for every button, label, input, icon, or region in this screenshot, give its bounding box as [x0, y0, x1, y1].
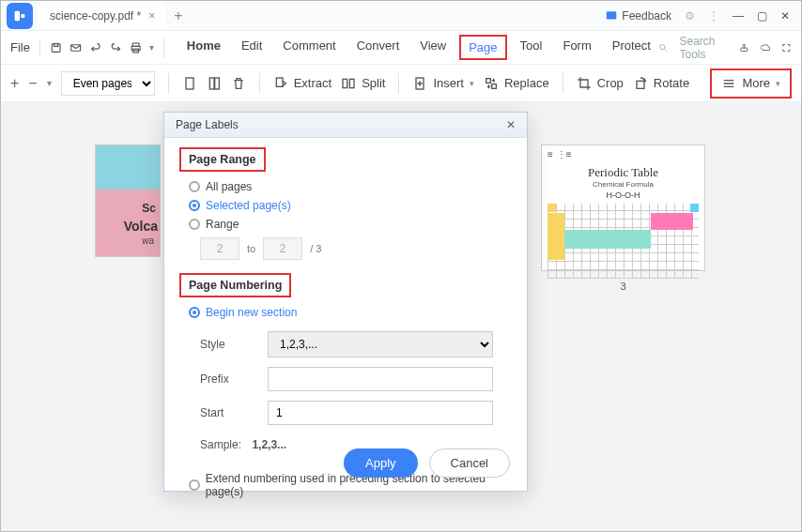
- feedback-icon: [605, 9, 618, 23]
- crop-button[interactable]: Crop: [577, 76, 624, 91]
- canvas-area: Sc Volca wa ≡ ⋮≡ Periodic Table Chemical…: [1, 102, 801, 532]
- print-icon[interactable]: [130, 39, 142, 56]
- menubar: File ▾ Home Edit Comment Convert View Pa…: [1, 31, 801, 65]
- zoom-out-icon[interactable]: −: [28, 75, 37, 92]
- zoom-in-icon[interactable]: +: [10, 75, 19, 92]
- tab-tool[interactable]: Tool: [520, 38, 543, 56]
- main-tabs: Home Edit Comment Convert View Page Tool…: [187, 38, 651, 56]
- apply-button[interactable]: Apply: [344, 448, 418, 478]
- settings-icon[interactable]: ⚙: [685, 9, 695, 23]
- expand-icon[interactable]: [781, 41, 792, 54]
- prefix-label: Prefix: [200, 372, 268, 386]
- tab-view[interactable]: View: [420, 38, 446, 56]
- split-button[interactable]: Split: [341, 76, 385, 91]
- page-icon-1[interactable]: [182, 76, 197, 91]
- replace-button[interactable]: Replace: [484, 76, 549, 91]
- new-tab-button[interactable]: +: [174, 8, 182, 24]
- extract-button[interactable]: Extract: [273, 76, 332, 91]
- page-thumb-3[interactable]: ≡ ⋮≡ Periodic Table Chemical Formula H-O…: [541, 144, 705, 271]
- page-toolbar: + − ▾ Even pages Extract Split Insert▾ R…: [1, 65, 801, 102]
- search-icon[interactable]: [658, 41, 669, 54]
- app-icon: [7, 3, 33, 29]
- tab-form[interactable]: Form: [563, 38, 591, 56]
- svg-rect-18: [492, 84, 497, 88]
- range-to-input[interactable]: [263, 237, 302, 260]
- range-from-input[interactable]: [200, 237, 239, 260]
- page-icon-2[interactable]: [207, 76, 222, 91]
- page-3-label: 3: [541, 281, 705, 292]
- tab-edit[interactable]: Edit: [241, 38, 262, 56]
- delete-icon[interactable]: [231, 76, 246, 91]
- window-maximize[interactable]: ▢: [757, 9, 767, 23]
- svg-rect-13: [276, 78, 283, 86]
- cancel-button[interactable]: Cancel: [429, 448, 510, 478]
- svg-rect-19: [637, 81, 644, 88]
- page-selector[interactable]: Even pages: [61, 71, 155, 96]
- list-icon: ⋮≡: [557, 149, 572, 160]
- style-label: Style: [200, 338, 268, 351]
- share-icon[interactable]: [739, 41, 749, 54]
- sample-label: Sample:: [200, 438, 241, 451]
- svg-rect-1: [21, 14, 24, 18]
- svg-rect-14: [343, 79, 347, 87]
- svg-rect-2: [607, 11, 617, 19]
- redo-icon[interactable]: [110, 39, 122, 56]
- sample-value: 1,2,3...: [252, 438, 286, 451]
- save-icon[interactable]: [50, 39, 62, 56]
- radio-selected-pages[interactable]: Selected page(s): [189, 196, 512, 215]
- svg-rect-12: [214, 78, 219, 89]
- hamburger-icon: ≡: [548, 149, 553, 160]
- dialog-close-icon[interactable]: ✕: [506, 118, 516, 131]
- start-input[interactable]: [268, 401, 493, 425]
- page-range-header: Page Range: [179, 147, 266, 172]
- svg-rect-17: [486, 78, 491, 83]
- start-label: Start: [200, 406, 268, 419]
- svg-rect-10: [186, 78, 193, 89]
- more-button[interactable]: More▾: [710, 68, 792, 99]
- tab-page[interactable]: Page: [459, 35, 506, 60]
- tab-convert[interactable]: Convert: [357, 38, 400, 56]
- range-to-label: to: [247, 243, 255, 254]
- window-minimize[interactable]: —: [733, 9, 744, 23]
- prefix-input[interactable]: [268, 367, 493, 391]
- thumb3-formula: H-O-O-H: [542, 190, 704, 200]
- periodic-grid: [548, 204, 699, 279]
- kebab-icon[interactable]: ⋮: [708, 9, 719, 23]
- radio-range[interactable]: Range: [189, 215, 512, 234]
- feedback-link[interactable]: Feedback: [605, 9, 671, 23]
- svg-rect-0: [15, 10, 20, 21]
- svg-point-8: [660, 44, 665, 49]
- thumb3-subtitle: Chemical Formula: [542, 180, 704, 189]
- close-tab-icon[interactable]: ×: [148, 9, 155, 23]
- page-labels-dialog: Page Labels ✕ Page Range All pages Selec…: [163, 112, 528, 492]
- tab-title: science-copy.pdf *: [50, 9, 141, 23]
- rotate-button[interactable]: Rotate: [633, 76, 689, 91]
- document-tab[interactable]: science-copy.pdf * ×: [39, 3, 166, 29]
- page-numbering-header: Page Numbering: [179, 273, 291, 297]
- window-close[interactable]: ✕: [780, 9, 790, 23]
- search-placeholder[interactable]: Search Tools: [679, 35, 728, 61]
- svg-rect-11: [209, 78, 214, 89]
- undo-icon[interactable]: [89, 39, 101, 56]
- radio-begin-section[interactable]: Begin new section: [189, 303, 512, 322]
- style-select[interactable]: 1,2,3,...: [268, 331, 493, 357]
- tab-protect[interactable]: Protect: [612, 38, 651, 56]
- titlebar: science-copy.pdf * × + Feedback ⚙ ⋮ — ▢ …: [1, 1, 801, 31]
- file-menu[interactable]: File: [10, 40, 30, 54]
- svg-rect-3: [52, 43, 60, 52]
- svg-rect-15: [349, 79, 354, 87]
- page-thumb-1[interactable]: Sc Volca wa: [95, 144, 161, 257]
- radio-all-pages[interactable]: All pages: [189, 177, 512, 196]
- range-total: / 3: [310, 243, 321, 254]
- insert-button[interactable]: Insert▾: [412, 76, 474, 91]
- tab-home[interactable]: Home: [187, 38, 221, 56]
- tab-comment[interactable]: Comment: [283, 38, 335, 56]
- mail-icon[interactable]: [69, 39, 82, 56]
- cloud-icon[interactable]: [761, 41, 771, 54]
- dialog-title: Page Labels: [176, 118, 239, 131]
- thumb3-title: Periodic Table: [542, 165, 704, 180]
